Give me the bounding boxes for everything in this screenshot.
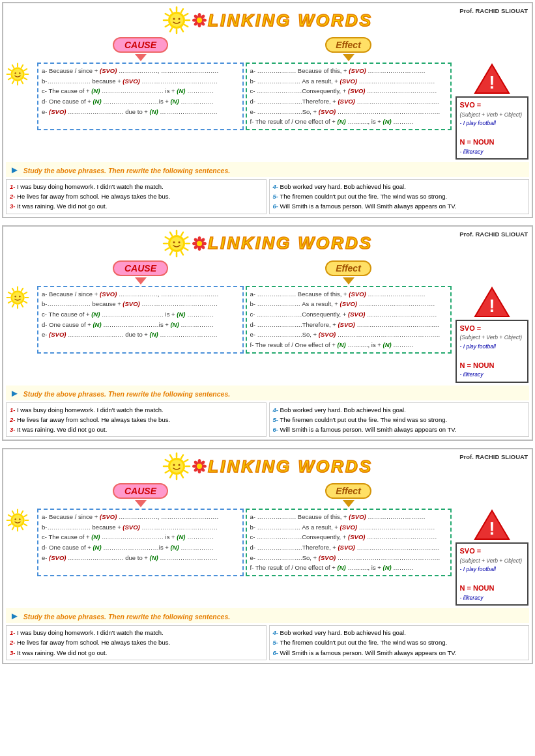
arrow-icon: ► bbox=[10, 610, 20, 621]
svg-point-40 bbox=[15, 72, 16, 74]
effect-col: a- ………………. Because of this, + (SVO) …………… bbox=[246, 286, 452, 354]
cause-line: b-………………… because + (SVO) ………………………………. bbox=[42, 76, 239, 87]
effect-line: d- ………………….Therefore, + (SVO) …………………………… bbox=[250, 96, 448, 107]
section-divider bbox=[0, 220, 535, 223]
sun-icon bbox=[162, 452, 191, 481]
svg-text:!: ! bbox=[489, 72, 495, 92]
svg-line-10 bbox=[170, 9, 172, 12]
svg-point-85 bbox=[19, 296, 20, 297]
cause-line: a- Because / since + (SVO) ………………., …………… bbox=[42, 289, 239, 300]
n-example: - illiteracy bbox=[460, 595, 484, 601]
title: LINKING WORDS bbox=[208, 10, 373, 31]
svg-line-39 bbox=[24, 69, 27, 70]
warning-icon: ! bbox=[473, 63, 511, 95]
sun-col bbox=[6, 509, 35, 535]
main-content: a- Because / since + (SVO) ………………., …………… bbox=[6, 63, 529, 160]
svg-point-15 bbox=[179, 18, 181, 20]
svg-line-35 bbox=[8, 69, 11, 70]
cols: a- Because / since + (SVO) ………………., …………… bbox=[37, 286, 452, 354]
title: LINKING WORDS bbox=[208, 456, 373, 477]
cause-label-col: CAUSE bbox=[38, 37, 242, 61]
effect-line: c- ………………….Consequently, + (SVO) …………………… bbox=[250, 86, 448, 96]
flower-icon bbox=[191, 12, 208, 29]
labels-row: CAUSE Effect bbox=[6, 260, 529, 285]
section-3: LINKING WORDS Prof. RACHID SLIOUAT CAUSE… bbox=[2, 448, 533, 664]
sentences-left: 1- I was busy doing homework. I didn't w… bbox=[6, 402, 267, 438]
sentence-right-4: 4- Bob worked very hard. Bob achieved hi… bbox=[273, 628, 526, 637]
svo-example: - I play football bbox=[460, 343, 496, 350]
arrow-icon: ► bbox=[10, 387, 20, 399]
svg-point-41 bbox=[19, 72, 20, 74]
svg-line-77 bbox=[8, 301, 11, 302]
effect-line: e- ………………….So, + (SVO) ………………………………………….… bbox=[250, 329, 448, 340]
svo-example: - I play football bbox=[460, 566, 496, 572]
n-example: - illiteracy bbox=[460, 148, 484, 155]
svg-line-3 bbox=[184, 25, 188, 27]
study-phrase: ► Study the above phrases. Then rewrite … bbox=[6, 162, 529, 177]
main-content: a- Because / since + (SVO) ………………., …………… bbox=[6, 286, 529, 383]
svg-line-97 bbox=[166, 460, 169, 462]
svg-line-98 bbox=[170, 455, 172, 458]
effect-line: f- The result of / One effect of + (N) …… bbox=[250, 563, 448, 573]
effect-line: a- ………………. Because of this, + (SVO) …………… bbox=[250, 66, 448, 76]
svg-line-12 bbox=[181, 9, 183, 12]
svg-line-48 bbox=[181, 251, 183, 255]
section-divider bbox=[0, 443, 535, 446]
svg-point-71 bbox=[12, 292, 23, 302]
title: LINKING WORDS bbox=[208, 233, 373, 253]
labels-row: CAUSE Effect bbox=[6, 483, 529, 507]
cause-line: a- Because / since + (SVO) ………………., …………… bbox=[42, 512, 239, 522]
effect-line: a- ………………. Because of this, + (SVO) …………… bbox=[250, 512, 448, 522]
prof-name: Prof. RACHID SLIOUAT bbox=[459, 231, 528, 238]
svo-box: SVO = (Subject + Verb + Object) - I play… bbox=[455, 96, 528, 160]
flower-icon bbox=[191, 458, 208, 475]
effect-line: b- ………………… As a result, + (SVO) ……………………… bbox=[250, 76, 448, 87]
cause-line: d- One cause of + (N) ………………………is + (N) … bbox=[42, 542, 239, 553]
sentence-right-6: 6- Will Smith is a famous person. Will S… bbox=[273, 648, 526, 658]
sentences-area: 1- I was busy doing homework. I didn't w… bbox=[6, 402, 529, 438]
svg-point-113 bbox=[197, 464, 202, 469]
svg-point-84 bbox=[15, 296, 16, 297]
sentence-right-5: 5- The firemen couldn't put out the fire… bbox=[273, 415, 526, 425]
study-phrase: ► Study the above phrases. Then rewrite … bbox=[6, 608, 529, 623]
svo-panel: ! SVO = (Subject + Verb + Object) - I pl… bbox=[454, 509, 529, 606]
svg-line-127 bbox=[24, 515, 27, 516]
arrow-icon: ► bbox=[10, 164, 20, 175]
effect-label: Effect bbox=[325, 260, 371, 276]
sentences-left: 1- I was busy doing homework. I didn't w… bbox=[6, 625, 267, 660]
svo-desc: (Subject + Verb + Object) bbox=[460, 334, 523, 341]
svg-line-38 bbox=[22, 65, 23, 68]
section-2: LINKING WORDS Prof. RACHID SLIOUAT CAUSE… bbox=[2, 225, 533, 441]
svg-line-13 bbox=[184, 14, 188, 16]
sentence-right-4: 4- Bob worked very hard. Bob achieved hi… bbox=[273, 405, 526, 415]
svg-line-4 bbox=[181, 28, 183, 31]
n-example: - illiteracy bbox=[460, 371, 484, 378]
svg-point-89 bbox=[170, 460, 183, 473]
svg-point-14 bbox=[173, 18, 175, 20]
effect-label: Effect bbox=[325, 483, 371, 499]
svo-box: SVO = (Subject + Verb + Object) - I play… bbox=[455, 320, 528, 383]
n-title: N = NOUN bbox=[460, 138, 495, 146]
cause-col: a- Because / since + (SVO) ………………., …………… bbox=[37, 63, 244, 130]
cause-line: e- (SVO) ……………………… due to + (N) ……………………… bbox=[42, 107, 239, 117]
svg-line-73 bbox=[24, 301, 27, 302]
svg-point-115 bbox=[12, 515, 23, 525]
svg-line-92 bbox=[181, 474, 183, 477]
sentence-right-5: 5- The firemen couldn't put out the fire… bbox=[273, 191, 526, 201]
study-phrase: ► Study the above phrases. Then rewrite … bbox=[6, 385, 529, 400]
svg-line-51 bbox=[166, 248, 169, 250]
cause-label: CAUSE bbox=[113, 37, 168, 53]
cause-line: c- The cause of + (N) ………………………… is + (N… bbox=[42, 86, 239, 96]
sentences-area: 1- I was busy doing homework. I didn't w… bbox=[6, 625, 529, 660]
main-content: a- Because / since + (SVO) ………………., …………… bbox=[6, 509, 529, 606]
svo-title: SVO = bbox=[460, 101, 482, 109]
warning-icon: ! bbox=[473, 509, 511, 541]
svg-line-76 bbox=[12, 303, 14, 306]
header-row: LINKING WORDS Prof. RACHID SLIOUAT bbox=[6, 452, 529, 483]
svg-line-50 bbox=[170, 251, 172, 255]
svg-line-74 bbox=[22, 303, 23, 306]
cause-line: d- One cause of + (N) ………………………is + (N) … bbox=[42, 320, 239, 330]
cause-line: e- (SVO) ……………………… due to + (N) ……………………… bbox=[42, 329, 239, 340]
svg-line-95 bbox=[166, 471, 169, 473]
svg-line-124 bbox=[12, 511, 14, 514]
